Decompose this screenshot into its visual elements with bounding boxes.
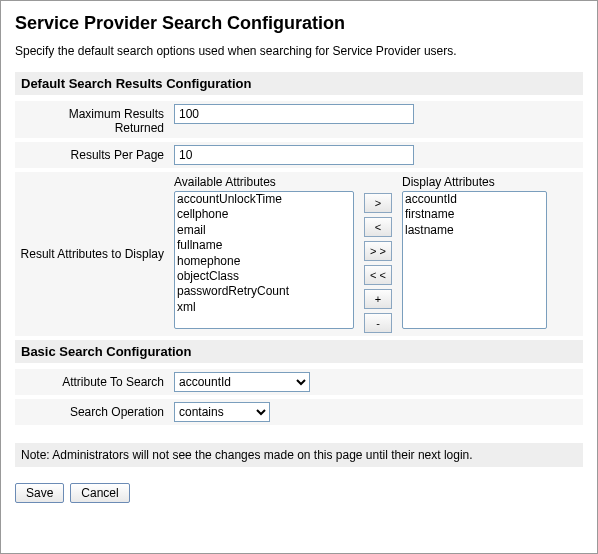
btn-remove-all[interactable]: < < [364, 265, 392, 285]
label-search-operation: Search Operation [19, 402, 174, 419]
label-attribute-to-search: Attribute To Search [19, 372, 174, 389]
list-item[interactable]: accountId [403, 192, 546, 207]
label-available-attributes: Available Attributes [174, 175, 354, 189]
row-result-attributes: Result Attributes to Display Available A… [15, 172, 583, 336]
list-item[interactable]: lastname [403, 223, 546, 238]
dual-list: Available Attributes accountUnlockTimece… [174, 175, 579, 333]
label-max-results: Maximum Results Returned [19, 104, 174, 135]
input-per-page[interactable] [174, 145, 414, 165]
save-button[interactable]: Save [15, 483, 64, 503]
input-max-results[interactable] [174, 104, 414, 124]
btn-add[interactable]: > [364, 193, 392, 213]
btn-move-up[interactable]: + [364, 289, 392, 309]
select-search-operation[interactable]: contains [174, 402, 270, 422]
list-item[interactable]: xml [175, 300, 353, 315]
btn-add-all[interactable]: > > [364, 241, 392, 261]
label-per-page: Results Per Page [19, 145, 174, 162]
note-text: Note: Administrators will not see the ch… [15, 443, 583, 467]
list-item[interactable]: cellphone [175, 207, 353, 222]
section-default-results-header: Default Search Results Configuration [15, 72, 583, 95]
label-result-attributes: Result Attributes to Display [19, 247, 174, 261]
btn-move-down[interactable]: - [364, 313, 392, 333]
select-attribute-to-search[interactable]: accountId [174, 372, 310, 392]
row-max-results: Maximum Results Returned [15, 101, 583, 138]
btn-remove[interactable]: < [364, 217, 392, 237]
list-item[interactable]: objectClass [175, 269, 353, 284]
row-attribute-to-search: Attribute To Search accountId [15, 369, 583, 395]
page-title: Service Provider Search Configuration [15, 13, 583, 34]
list-item[interactable]: accountUnlockTime [175, 192, 353, 207]
list-display-attributes[interactable]: accountIdfirstnamelastname [402, 191, 547, 329]
list-item[interactable]: fullname [175, 238, 353, 253]
list-item[interactable]: passwordRetryCount [175, 284, 353, 299]
page-intro: Specify the default search options used … [15, 44, 583, 58]
list-item[interactable]: email [175, 223, 353, 238]
cancel-button[interactable]: Cancel [70, 483, 129, 503]
list-item[interactable]: firstname [403, 207, 546, 222]
label-display-attributes: Display Attributes [402, 175, 547, 189]
row-search-operation: Search Operation contains [15, 399, 583, 425]
list-item[interactable]: homephone [175, 254, 353, 269]
button-bar: Save Cancel [15, 483, 583, 503]
section-basic-search-header: Basic Search Configuration [15, 340, 583, 363]
row-per-page: Results Per Page [15, 142, 583, 168]
list-available-attributes[interactable]: accountUnlockTimecellphoneemailfullnameh… [174, 191, 354, 329]
